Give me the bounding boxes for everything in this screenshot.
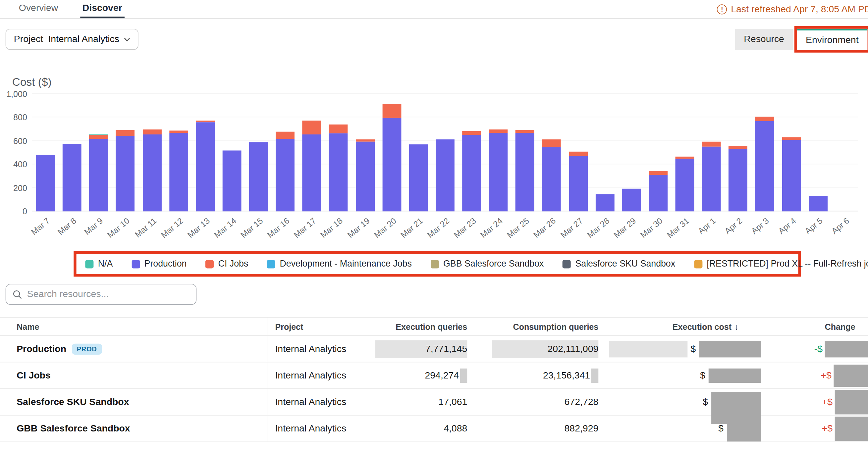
cell-project: Internal Analytics xyxy=(267,343,354,354)
chart-bar[interactable] xyxy=(63,144,82,212)
execution-queries-value: 4,088 xyxy=(444,423,467,434)
chevron-down-icon xyxy=(124,37,130,41)
table-row[interactable]: Salesforce SKU SandboxInternal Analytics… xyxy=(0,389,868,416)
legend-item[interactable]: GBB Salesforce Sandbox xyxy=(431,259,544,269)
chart-bars xyxy=(32,94,858,211)
chart-bar[interactable] xyxy=(516,130,534,211)
chart-bar[interactable] xyxy=(542,139,561,211)
bar-slot xyxy=(59,94,85,211)
x-axis-tick-label: Mar 7 xyxy=(29,216,51,237)
cell-name: ProductionPROD xyxy=(0,336,267,362)
environment-toggle-button[interactable]: Environment xyxy=(797,29,867,50)
bar-slot xyxy=(272,94,299,211)
project-selector[interactable]: Project Internal Analytics xyxy=(6,29,139,50)
chart-bar[interactable] xyxy=(728,147,747,212)
chart-bar[interactable] xyxy=(649,171,668,211)
bar-segment-production xyxy=(36,155,55,211)
column-header-consumption-queries[interactable]: Consumption queries xyxy=(469,322,601,331)
tab-discover[interactable]: Discover xyxy=(80,0,124,18)
chart-bar[interactable] xyxy=(223,150,242,211)
project-selector-label: Project xyxy=(14,34,43,45)
execution-queries-value: 294,274 xyxy=(425,370,459,381)
x-axis-tick-label: Apr 3 xyxy=(749,216,771,236)
bar-segment-production xyxy=(303,134,321,211)
search-icon xyxy=(12,290,22,299)
app-root: Overview Discover ! Last refreshed Apr 7… xyxy=(0,0,868,451)
bar-segment-production xyxy=(89,139,108,212)
legend-item[interactable]: [RESTRICTED] Prod XL -- Full-Refresh job… xyxy=(694,259,868,269)
chart-bar[interactable] xyxy=(89,134,108,211)
chart-bar[interactable] xyxy=(143,129,161,211)
cost-currency-prefix: $ xyxy=(703,396,708,407)
bar-segment-ci-jobs xyxy=(329,125,348,133)
chart-bar[interactable] xyxy=(276,131,294,211)
column-header-project[interactable]: Project xyxy=(267,322,354,331)
column-header-execution-cost[interactable]: Execution cost ↓ xyxy=(601,322,764,331)
chart-bar[interactable] xyxy=(569,152,588,212)
column-header-execution-queries[interactable]: Execution queries xyxy=(354,322,469,331)
chart-bar[interactable] xyxy=(622,188,641,211)
project-value: Internal Analytics xyxy=(275,370,346,381)
legend-item[interactable]: Salesforce SKU Sandbox xyxy=(562,259,675,269)
cell-change: +$ xyxy=(764,364,868,386)
view-toggle: Resource Environment xyxy=(735,26,863,53)
bar-segment-production xyxy=(516,132,534,211)
chart-bar[interactable] xyxy=(809,196,828,211)
cost-currency-prefix: $ xyxy=(691,343,696,354)
table-row[interactable]: ProductionPRODInternal Analytics7,771,14… xyxy=(0,336,868,362)
bar-segment-production xyxy=(462,135,481,211)
chart-bar[interactable] xyxy=(755,117,774,211)
annotation-box-legend: N/AProductionCI JobsDevelopment - Mainte… xyxy=(73,251,801,277)
bar-segment-production xyxy=(809,196,828,211)
chart-bar[interactable] xyxy=(702,142,721,212)
chart-x-axis-labels: Mar 7Mar 8Mar 9Mar 10Mar 11Mar 12Mar 13M… xyxy=(32,211,858,237)
legend-item[interactable]: N/A xyxy=(85,259,113,269)
column-header-name[interactable]: Name xyxy=(0,318,267,335)
chart-bar[interactable] xyxy=(36,155,55,211)
bar-slot xyxy=(32,94,59,211)
chart-bar[interactable] xyxy=(489,130,508,212)
x-axis-slot: Mar 7 xyxy=(32,211,59,237)
legend-item[interactable]: Development - Maintenance Jobs xyxy=(267,259,412,269)
cell-project: Internal Analytics xyxy=(267,396,354,407)
search-input[interactable] xyxy=(27,289,189,300)
x-axis-slot: Mar 8 xyxy=(59,211,85,237)
last-refreshed-status: ! Last refreshed Apr 7, 8:05 AM PDT xyxy=(717,0,868,19)
y-axis-tick-label: 400 xyxy=(13,160,27,169)
chart-bar[interactable] xyxy=(409,144,428,211)
chart-bar[interactable] xyxy=(249,142,268,211)
x-axis-slot: Apr 3 xyxy=(751,211,778,237)
resource-toggle-button[interactable]: Resource xyxy=(735,29,793,50)
x-axis-tick-label: Apr 1 xyxy=(696,216,718,236)
chart-bar[interactable] xyxy=(356,139,375,211)
chart-bar[interactable] xyxy=(436,139,455,211)
x-axis-tick-label: Mar 9 xyxy=(83,216,105,237)
tab-discover-label: Discover xyxy=(83,3,122,13)
redaction-block xyxy=(825,341,868,357)
chart-bar[interactable] xyxy=(196,121,215,211)
chart-bar[interactable] xyxy=(382,104,401,211)
table-body: ProductionPRODInternal Analytics7,771,14… xyxy=(0,336,868,442)
search-box xyxy=(6,284,196,304)
bar-segment-production xyxy=(356,142,375,212)
bar-slot xyxy=(352,94,378,211)
bar-slot xyxy=(698,94,724,211)
legend-item[interactable]: CI Jobs xyxy=(206,259,248,269)
chart-bar[interactable] xyxy=(782,137,801,211)
chart-bar[interactable] xyxy=(169,131,188,212)
top-tab-bar: Overview Discover ! Last refreshed Apr 7… xyxy=(0,0,868,19)
bar-slot xyxy=(299,94,325,211)
tab-overview[interactable]: Overview xyxy=(17,0,60,18)
chart-bar[interactable] xyxy=(116,130,135,211)
chart-bar[interactable] xyxy=(462,131,481,212)
cell-consumption-queries: 202,111,009 xyxy=(469,340,601,358)
change-prefix: +$ xyxy=(822,423,833,434)
resource-name: GBB Salesforce Sandbox xyxy=(17,423,130,434)
chart-bar[interactable] xyxy=(329,125,348,211)
chart-bar[interactable] xyxy=(595,194,614,211)
chart-bar[interactable] xyxy=(676,157,694,212)
legend-item[interactable]: Production xyxy=(131,259,187,269)
chart-legend: N/AProductionCI JobsDevelopment - Mainte… xyxy=(85,259,868,269)
chart-bar[interactable] xyxy=(303,121,321,212)
column-header-change[interactable]: Change xyxy=(764,322,868,331)
